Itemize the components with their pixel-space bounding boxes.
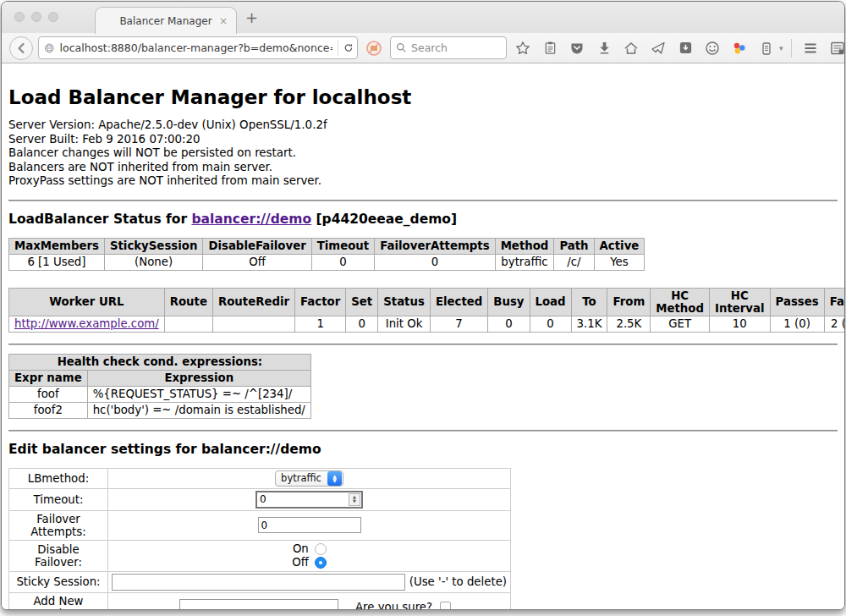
- navigation-toolbar: localhost:8880/balancer-manager?b=demo&n…: [2, 33, 844, 63]
- radio-off-label: Off: [292, 556, 309, 569]
- status-data-row: 6 [1 Used](None)Off00bytraffic/c/Yes: [9, 254, 645, 270]
- send-plane-icon[interactable]: [647, 36, 669, 60]
- toolbar-divider: [791, 39, 792, 58]
- clipboard-icon[interactable]: [539, 36, 561, 60]
- tab-balancer-manager[interactable]: Balancer Manager ×: [95, 7, 237, 34]
- window-controls: [14, 12, 58, 22]
- disable-failover-on-radio[interactable]: [315, 543, 327, 555]
- table-cell: GET: [651, 316, 710, 332]
- minimize-window-button[interactable]: [31, 12, 41, 22]
- table-cell: Busy: [488, 288, 530, 316]
- lbmethod-select[interactable]: bytraffic ▲▼: [275, 470, 343, 487]
- table-cell: Status: [378, 288, 431, 316]
- globe-icon: [44, 41, 55, 55]
- reload-icon[interactable]: [343, 41, 354, 54]
- sticky-session-input[interactable]: [112, 574, 405, 591]
- tab-strip: Balancer Manager × +: [2, 2, 844, 33]
- tab-close-icon[interactable]: ×: [219, 15, 228, 27]
- health-header-row: Expr nameExpression: [9, 370, 311, 386]
- worker-data-row: http://www.example.com/ 10Init Ok7003.1K…: [9, 316, 845, 332]
- add-worker-label: Add New Worker:: [9, 592, 108, 610]
- worker-url-link[interactable]: http://www.example.com/: [14, 317, 159, 330]
- lbmethod-selected-value: bytraffic: [276, 472, 327, 484]
- table-cell: (None): [104, 254, 202, 270]
- search-icon: [396, 42, 407, 53]
- extension-download-icon[interactable]: [674, 36, 696, 60]
- table-cell: [164, 316, 212, 332]
- downloads-icon[interactable]: [593, 36, 615, 60]
- table-cell: [212, 316, 294, 332]
- search-field[interactable]: Search: [390, 36, 507, 59]
- zoom-window-button[interactable]: [48, 12, 58, 22]
- table-cell: Load: [530, 288, 571, 316]
- table-cell: Factor: [295, 288, 346, 316]
- table-cell: MaxMembers: [9, 238, 105, 254]
- timeout-input-wrap: ▲▼: [255, 491, 363, 509]
- status-heading: LoadBalancer Status for balancer://demo …: [8, 212, 838, 227]
- table-cell: 6 [1 Used]: [9, 254, 105, 270]
- table-cell: bytraffic: [495, 254, 554, 270]
- browser-window: Balancer Manager × + localhost:8880/bala…: [1, 1, 845, 610]
- new-tab-button[interactable]: +: [245, 8, 258, 26]
- table-cell: 0: [346, 316, 378, 332]
- health-row-foof2: foof2 hc('body') =~ /domain is establish…: [9, 402, 311, 418]
- page-title: Load Balancer Manager for localhost: [8, 86, 838, 108]
- edit-balancer-form: LBmethod: bytraffic ▲▼ Timeout: ▲▼: [8, 468, 511, 610]
- table-cell: StickySession: [104, 238, 202, 254]
- url-bar[interactable]: localhost:8880/balancer-manager?b=demo&n…: [38, 36, 358, 59]
- bookmark-star-icon[interactable]: [512, 36, 534, 60]
- add-worker-input[interactable]: [179, 599, 338, 610]
- smiley-icon[interactable]: [701, 36, 723, 60]
- table-cell: HC Method: [651, 288, 710, 316]
- radio-on-label: On: [293, 542, 309, 555]
- select-stepper-icon: ▲▼: [327, 471, 342, 486]
- table-cell: 7: [430, 316, 487, 332]
- journal-sidebar-icon[interactable]: [827, 36, 845, 60]
- table-cell: 10: [709, 316, 770, 332]
- status-heading-suffix: [p4420eeae_demo]: [311, 212, 457, 227]
- lbmethod-row: LBmethod: bytraffic ▲▼: [9, 468, 511, 488]
- status-heading-prefix: LoadBalancer Status for: [8, 212, 191, 227]
- table-cell: Passes: [770, 288, 824, 316]
- table-cell: 2 (0): [824, 316, 844, 332]
- menu-hamburger-icon[interactable]: [799, 36, 821, 60]
- balancer-demo-link[interactable]: balancer://demo: [191, 212, 311, 227]
- table-cell: 2.5K: [607, 316, 651, 332]
- table-cell: 0: [375, 254, 495, 270]
- content-blocked-icon[interactable]: [363, 36, 385, 60]
- sticky-session-label: Sticky Session:: [9, 571, 108, 592]
- table-cell: Fails: [824, 288, 844, 316]
- home-icon[interactable]: [620, 36, 642, 60]
- server-version-line: Server Version: Apache/2.5.0-dev (Unix) …: [8, 118, 838, 133]
- url-text: localhost:8880/balancer-manager?b=demo&n…: [60, 41, 333, 54]
- number-spinner-icon[interactable]: ▲▼: [349, 493, 360, 506]
- timeout-row: Timeout: ▲▼: [9, 488, 511, 510]
- page-content: Load Balancer Manager for localhost Serv…: [2, 63, 844, 610]
- balancer-status-table: MaxMembersStickySessionDisableFailoverTi…: [8, 238, 645, 271]
- table-cell: 3.1K: [571, 316, 607, 332]
- sticky-session-row: Sticky Session: (Use '-' to delete): [9, 571, 511, 592]
- failover-attempts-label: Failover Attempts:: [9, 510, 108, 540]
- table-cell: To: [571, 288, 607, 316]
- table-cell: Elected: [430, 288, 487, 316]
- back-button[interactable]: [9, 36, 33, 60]
- table-cell: FailoverAttempts: [375, 238, 495, 254]
- balancers-warning-line: Balancers are NOT inherited from main se…: [8, 161, 838, 175]
- close-window-button[interactable]: [14, 12, 25, 22]
- chevron-down-icon[interactable]: ▾: [779, 44, 783, 52]
- battery-extension-icon[interactable]: [755, 36, 777, 60]
- tab-title: Balancer Manager: [119, 15, 212, 27]
- section-divider: [8, 200, 838, 201]
- table-cell: 0: [488, 316, 530, 332]
- timeout-input[interactable]: [257, 492, 349, 506]
- url-divider: [338, 41, 338, 56]
- failover-attempts-input[interactable]: [258, 517, 361, 533]
- table-cell: Active: [594, 238, 645, 254]
- are-you-sure-checkbox[interactable]: [440, 602, 451, 610]
- colored-dots-extension-icon[interactable]: [728, 36, 750, 60]
- pocket-icon[interactable]: [566, 36, 588, 60]
- table-cell: Off: [203, 254, 311, 270]
- table-cell: Init Ok: [378, 316, 431, 332]
- disable-failover-off-radio[interactable]: [315, 557, 327, 569]
- table-cell: From: [607, 288, 651, 316]
